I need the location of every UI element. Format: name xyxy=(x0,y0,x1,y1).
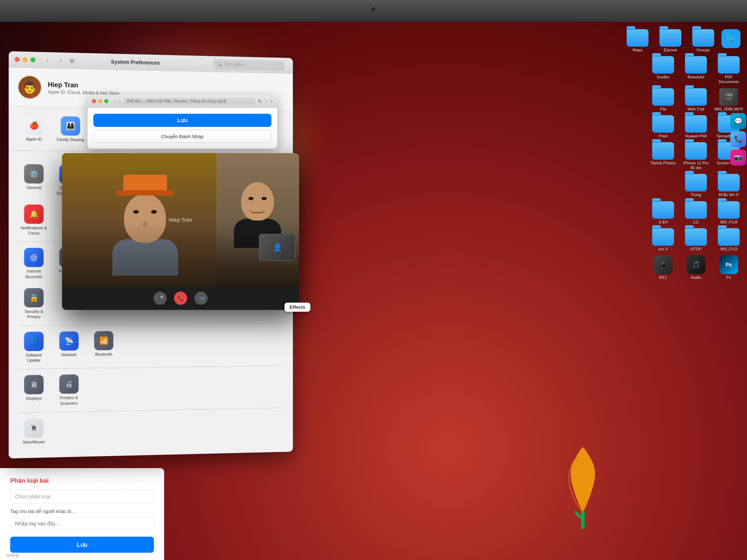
folder-label-guides: Guides xyxy=(657,75,670,79)
pref-icon-security[interactable]: 🔒 Security & Privacy xyxy=(18,285,50,323)
hat-brim xyxy=(117,190,173,195)
dock-app-messages[interactable]: 💬 xyxy=(730,113,746,129)
desktop-folder-huawei[interactable]: Huawei P40 xyxy=(681,115,711,139)
close-button[interactable] xyxy=(15,57,19,62)
pref-icon-family-sharing[interactable]: 👨‍👩‍👧 Family Sharing xyxy=(54,113,86,145)
facetime-video-area: Hiep Tran 👤 xyxy=(62,153,299,287)
pref-icon-bluetooth[interactable]: 📶 Bluetooth xyxy=(88,328,120,365)
bluetooth-label: Bluetooth xyxy=(95,351,112,357)
url-back-button[interactable]: ‹ xyxy=(115,99,116,104)
desktop-folder-tashia[interactable]: Tashia Photos xyxy=(649,142,678,170)
pref-icon-printers[interactable]: 🖨 Printers & Scanners xyxy=(53,372,85,409)
pref-icon-notifications[interactable]: 🔔 Notifications & Focus xyxy=(18,202,50,239)
blog-tag-input[interactable] xyxy=(10,517,154,530)
blog-category-select[interactable]: Chọn phân loại... xyxy=(10,490,154,503)
folder-icon-maps xyxy=(627,29,649,47)
url-bar[interactable]: Đặt tên — MXH Hội Đặc, Review, Thông tin… xyxy=(124,98,255,105)
share-icon[interactable]: ↑ xyxy=(265,99,267,104)
pref-icon-internet[interactable]: @ Internet Accounts xyxy=(18,245,50,282)
video-file-icon: 🎬 xyxy=(719,88,738,106)
family-sharing-label: Family Sharing xyxy=(57,137,84,142)
folder-label-elyrose: Elyrose xyxy=(664,48,677,52)
desktop-folder-khacten[interactable]: Khắc tên © xyxy=(714,174,743,197)
network-icon: 📡 xyxy=(59,331,78,351)
desktop-folder-elyrose[interactable]: Elyrose xyxy=(656,29,685,52)
search-container[interactable]: 🔍 Tìm kiếm xyxy=(213,59,285,70)
desktop-app-audio[interactable]: 🎵 Audio xyxy=(681,255,711,280)
video-toggle-button[interactable]: 📹 xyxy=(194,292,208,305)
article-editor-close[interactable] xyxy=(92,99,96,103)
folder-icon-elyrose xyxy=(659,29,681,47)
minimize-button[interactable] xyxy=(23,57,27,62)
pref-icon-steermouse[interactable]: 🖱 SteerMouse xyxy=(18,415,50,448)
blog-category-heading: Phân loại bài xyxy=(10,477,154,485)
dock-app-facetime[interactable]: 📞 xyxy=(730,131,746,147)
folder-icon-pia xyxy=(652,88,674,106)
desktop-folder-beautyful[interactable]: Beautyful xyxy=(681,56,711,84)
mute-button[interactable]: 🎤 xyxy=(154,292,167,305)
add-tab-icon[interactable]: + xyxy=(270,99,273,104)
facetime-pip-thumbnail[interactable]: 👤 xyxy=(259,234,295,261)
folder-label-groups: Groups xyxy=(697,48,710,52)
article-editor-maximize[interactable] xyxy=(104,99,108,103)
search-placeholder: Tìm kiếm xyxy=(224,62,244,67)
general-icon: ⚙️ xyxy=(24,164,43,184)
url-forward-button[interactable]: › xyxy=(119,99,121,104)
maximize-button[interactable] xyxy=(31,57,35,62)
desktop-folder-999fuji[interactable]: 999_FUJI xyxy=(714,228,743,252)
desktop-folder-pdf[interactable]: PDF Documents xyxy=(714,56,743,84)
pref-icon-displays[interactable]: 🖥 Displays xyxy=(18,372,50,409)
m11-icon: 📱 xyxy=(654,255,673,274)
pref-icon-softwareupdate[interactable]: 🔵 Software Update xyxy=(18,328,50,366)
desktop-folder-iphone12[interactable]: iPhone 12 Pro 90 dei xyxy=(681,142,711,170)
hat-top xyxy=(123,175,167,191)
displays-icon: 🖥 xyxy=(24,375,43,395)
facetime-name-overlay: Hiep Tran xyxy=(169,217,192,223)
folder-label-pixel: Pixel xyxy=(659,134,667,139)
desktop-file-img[interactable]: 🎬 IMG_0085.MOV xyxy=(714,88,743,112)
desktop-folder-lg[interactable]: LG xyxy=(681,201,711,225)
profile-avatar[interactable]: 👨 xyxy=(18,75,42,99)
dock-app-photos[interactable]: 📷 xyxy=(730,149,746,166)
audio-icon: 🎵 xyxy=(686,255,705,274)
monitor-top-frame xyxy=(0,0,747,22)
folder-label-pdf: PDF Documents xyxy=(714,75,743,84)
desktop-folder-pia[interactable]: Pia xyxy=(649,88,678,112)
desktop-folder-pixel[interactable]: Pixel xyxy=(649,115,678,139)
folder-icon-pdf xyxy=(718,56,740,74)
desktop-folder-webcho[interactable]: Web Chợ xyxy=(681,88,711,112)
folder-icon-htop xyxy=(685,228,707,246)
refresh-icon[interactable]: ↻ xyxy=(258,98,262,104)
switch-to-draft-button[interactable]: Chuyển thành Nháp xyxy=(93,130,271,143)
back-button[interactable]: ‹ xyxy=(43,55,52,65)
pref-icon-network[interactable]: 📡 Network xyxy=(53,328,85,366)
facetime-window: Hiep Tran 👤 🎤 📞 📹 xyxy=(62,153,299,310)
desktop-app-m11[interactable]: 📱 M11 xyxy=(649,255,678,280)
article-editor-minimize[interactable] xyxy=(98,99,102,103)
desktop-folder-xe4[interactable]: X-E4 xyxy=(649,201,678,225)
desktop-folder-xxx[interactable]: xxx © xyxy=(649,228,678,252)
folder-icon-khacten xyxy=(718,174,740,191)
url-bar-area: ‹ › Đặt tên — MXH Hội Đặc, Review, Thông… xyxy=(115,98,273,105)
icons-row-3: 🔵 Software Update 📡 Network 📶 Bluetooth xyxy=(18,327,285,366)
dock-app-twitter[interactable]: 🐦 xyxy=(721,29,743,52)
pref-icon-general[interactable]: ⚙️ General xyxy=(18,161,50,199)
desktop-folder-trung[interactable]: Trung xyxy=(681,174,711,197)
desktop-folder-guides[interactable]: Guides xyxy=(649,56,678,84)
desktop-app-photoshop[interactable]: Ps Ps xyxy=(714,255,743,280)
twitter-icon: 🐦 xyxy=(721,29,740,48)
desktop-folder-htop[interactable]: HTOP xyxy=(681,228,711,252)
effects-button[interactable]: Effects xyxy=(285,303,310,312)
internet-label: Internet Accounts xyxy=(19,269,49,279)
desktop-folder-990fuji[interactable]: 990_FUJI xyxy=(714,201,743,225)
end-call-button[interactable]: 📞 xyxy=(174,292,187,305)
desktop-folder-groups[interactable]: Groups xyxy=(689,29,718,52)
desktop-folder-maps[interactable]: Maps xyxy=(623,29,652,52)
desktop-row-8: xxx © HTOP 999_FUJI xyxy=(568,228,743,252)
save-primary-button[interactable]: Lưu xyxy=(93,114,271,127)
folder-label-xxx: xxx © xyxy=(658,247,668,252)
folder-icon-xe4 xyxy=(652,201,674,219)
blog-save-button[interactable]: Lưu xyxy=(10,537,154,553)
pref-icon-apple-id[interactable]: 🍎 Apple ID xyxy=(18,113,50,145)
desktop-icons-area: Maps Elyrose Groups 🐦 Guides Beautyful P… xyxy=(565,22,747,560)
